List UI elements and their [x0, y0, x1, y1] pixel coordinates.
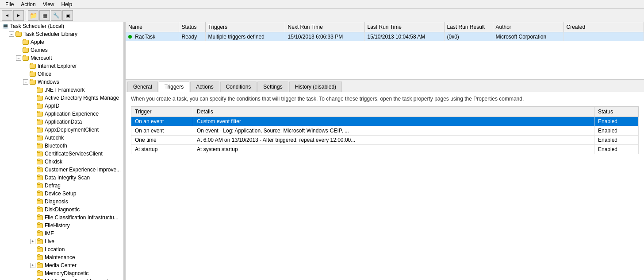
tree-item-games[interactable]: Games	[0, 46, 123, 54]
tree-appxdeploy-label: AppxDeploymentClient	[45, 127, 99, 133]
tab-settings[interactable]: Settings	[257, 82, 288, 92]
trigger-row1-status: Enabled	[594, 126, 639, 136]
tree-item-memdiag[interactable]: MemoryDiagnostic	[0, 269, 123, 277]
tab-general[interactable]: General	[127, 82, 158, 92]
tree-item-office[interactable]: Office	[0, 70, 123, 78]
lib-folder-icon	[15, 31, 22, 38]
tree-live-label: Live	[45, 238, 54, 245]
forward-button[interactable]: ►	[13, 10, 24, 21]
tree-item-apple[interactable]: Apple	[0, 38, 123, 46]
tree-item-chkdsk[interactable]: Chkdsk	[0, 158, 123, 166]
status-dot	[128, 35, 132, 39]
tab-actions[interactable]: Actions	[190, 82, 219, 92]
tree-item-diskdiag[interactable]: DiskDiagnostic	[0, 206, 123, 214]
tree-item-appxdeploy[interactable]: AppxDeploymentClient	[0, 126, 123, 134]
tree-apple-label: Apple	[31, 39, 44, 45]
trigger-row-0[interactable]: On an event Custom event filter Enabled	[131, 117, 639, 126]
trigger-row1-details: On event - Log: Application, Source: Mic…	[193, 126, 594, 136]
trigger-row-2[interactable]: One time At 6:00 AM on 13/10/2013 - Afte…	[131, 136, 639, 145]
back-button[interactable]: ◄	[2, 10, 12, 21]
diskdiag-folder-icon	[36, 206, 43, 213]
menu-file[interactable]: File	[2, 0, 17, 8]
col-result: Last Run Result	[444, 22, 493, 32]
trigger-row0-details: Custom event filter	[193, 117, 594, 126]
tree-appdata-label: ApplicationData	[45, 119, 82, 125]
wrench-button[interactable]: 🔧	[51, 10, 61, 21]
tree-item-ime[interactable]: IME	[0, 229, 123, 237]
main-layout: 💻 Task Scheduler (Local) − Task Schedule…	[0, 22, 644, 280]
tree-item-appdata[interactable]: ApplicationData	[0, 118, 123, 126]
tree-item-bluetooth[interactable]: Bluetooth	[0, 142, 123, 150]
appexp-folder-icon	[36, 110, 43, 117]
tree-bluetooth-label: Bluetooth	[45, 143, 67, 149]
view-button[interactable]: ▣	[62, 10, 73, 21]
right-panel: Name Status Triggers Next Run Time Last …	[126, 22, 644, 280]
tree-item-mobbbands[interactable]: Mobile Broadband Accounts	[0, 277, 123, 280]
menu-view[interactable]: View	[39, 0, 58, 8]
appid-folder-icon	[36, 102, 43, 109]
tree-item-autochk[interactable]: Autochk	[0, 134, 123, 142]
task-name-text: RacTask	[135, 34, 155, 40]
tree-appexp-label: Application Experience	[45, 111, 99, 117]
tab-triggers[interactable]: Triggers	[159, 82, 190, 92]
task-name: RacTask	[126, 32, 179, 42]
fileci-folder-icon	[36, 214, 43, 221]
tree-item-filehist[interactable]: FileHistory	[0, 222, 123, 229]
expand-lib[interactable]: −	[9, 31, 14, 37]
memdiag-folder-icon	[36, 270, 43, 277]
trigger-row-1[interactable]: On an event On event - Log: Application,…	[131, 126, 639, 136]
tree-diskdiag-label: DiskDiagnostic	[45, 206, 80, 213]
tree-item-devsetup[interactable]: Device Setup	[0, 190, 123, 198]
col-author: Author	[493, 22, 564, 32]
col-status: Status	[179, 22, 205, 32]
tree-item-certsvc[interactable]: CertificateServicesClient	[0, 150, 123, 158]
filehist-folder-icon	[36, 222, 43, 229]
menu-help[interactable]: Help	[58, 0, 76, 8]
games-folder-icon	[22, 47, 29, 54]
task-list-table: Name Status Triggers Next Run Time Last …	[126, 22, 644, 41]
grid-button[interactable]: ▦	[39, 10, 50, 21]
tree-item-ie[interactable]: Internet Explorer	[0, 62, 123, 70]
tab-history[interactable]: History (disabled)	[289, 82, 342, 92]
expand-windows[interactable]: −	[23, 79, 28, 85]
tree-item-adrm[interactable]: Active Directory Rights Manage	[0, 94, 123, 102]
tree-item-dotnet[interactable]: .NET Framework	[0, 86, 123, 94]
tree-item-windows[interactable]: − Windows	[0, 78, 123, 86]
trigger-description: When you create a task, you can specify …	[131, 96, 639, 102]
tree-item-diag[interactable]: Diagnosis	[0, 198, 123, 206]
tree-item-live[interactable]: + Live	[0, 237, 123, 245]
tree-adrm-label: Active Directory Rights Manage	[45, 95, 119, 101]
trigger-row3-trigger: At startup	[131, 145, 193, 154]
tree-item-mediactr[interactable]: + Media Center	[0, 261, 123, 269]
expand-mediactr[interactable]: +	[30, 263, 35, 268]
tree-item-defrag[interactable]: Defrag	[0, 182, 123, 190]
tree-lib-label: Task Scheduler Library	[23, 31, 77, 37]
tree-item-dataint[interactable]: Data Integrity Scan	[0, 174, 123, 182]
tree-item-appid[interactable]: AppID	[0, 102, 123, 110]
folder-button[interactable]: 📁	[28, 10, 38, 21]
expand-microsoft[interactable]: −	[16, 55, 21, 61]
chkdsk-folder-icon	[36, 158, 43, 165]
appxdeploy-folder-icon	[36, 126, 43, 133]
tab-conditions[interactable]: Conditions	[220, 82, 257, 92]
tree-item-fileci[interactable]: File Classification Infrastructu...	[0, 214, 123, 222]
tree-item-location[interactable]: Location	[0, 245, 123, 253]
trigger-row-3[interactable]: At startup At system startup Enabled	[131, 145, 639, 154]
trigger-table: Trigger Details Status On an event Custo…	[131, 106, 639, 154]
tree-item-maint[interactable]: Maintenance	[0, 253, 123, 261]
left-panel: 💻 Task Scheduler (Local) − Task Schedule…	[0, 22, 124, 280]
dataint-folder-icon	[36, 174, 43, 181]
task-last-run: 15/10/2013 10:04:58 AM	[364, 32, 444, 42]
tree-item-custexp[interactable]: Customer Experience Improve...	[0, 166, 123, 174]
tree-item-appexp[interactable]: Application Experience	[0, 110, 123, 118]
location-folder-icon	[36, 246, 43, 253]
tree-item-root[interactable]: 💻 Task Scheduler (Local)	[0, 22, 123, 30]
task-author: Microsoft Corporation	[493, 32, 564, 42]
trigger-row0-status: Enabled	[594, 117, 639, 126]
expand-live[interactable]: +	[30, 239, 35, 244]
tree-item-microsoft[interactable]: − Microsoft	[0, 54, 123, 62]
task-row-0[interactable]: RacTask Ready Multiple triggers defined …	[126, 32, 644, 42]
menu-bar: File Action View Help	[0, 0, 644, 9]
menu-action[interactable]: Action	[17, 0, 39, 8]
tree-item-lib[interactable]: − Task Scheduler Library	[0, 30, 123, 38]
